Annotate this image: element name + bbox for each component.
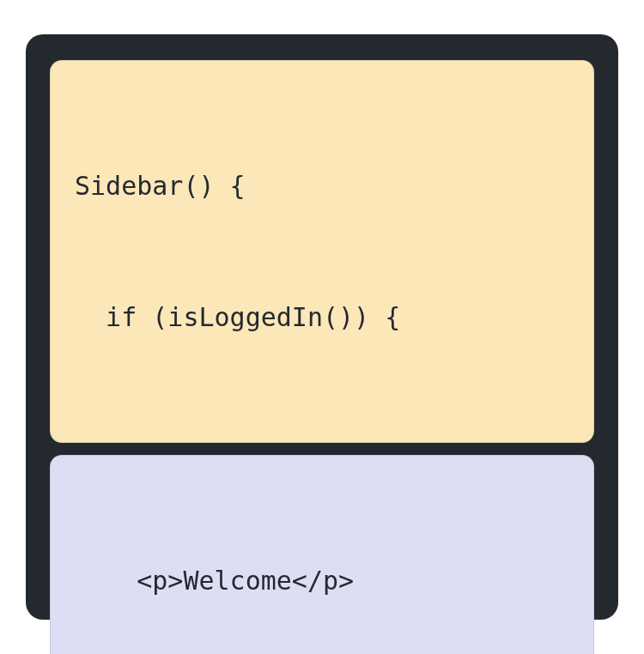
code-diagram-container: Sidebar() { if (isLoggedIn()) { <p>Welco… [26, 34, 618, 620]
code-block-jsx-welcome: <p>Welcome</p> [50, 455, 594, 654]
code-line: <p>Welcome</p> [75, 559, 569, 603]
code-line: if (isLoggedIn()) { [75, 295, 569, 339]
code-block-function-open: Sidebar() { if (isLoggedIn()) { [50, 60, 594, 443]
code-line: Sidebar() { [75, 164, 569, 208]
